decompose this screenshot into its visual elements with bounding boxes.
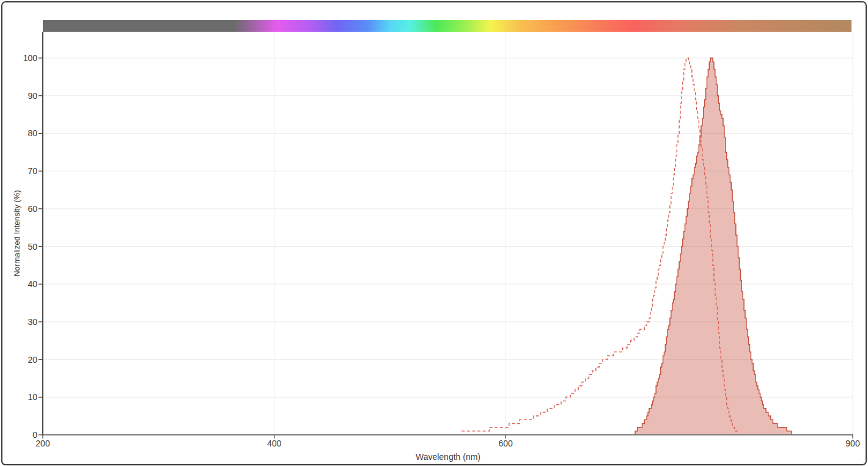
y-tick-label: 40: [28, 279, 37, 289]
y-tick-label: 60: [28, 204, 37, 214]
y-tick-label: 50: [28, 242, 37, 252]
y-axis-title: Normalized Intensity (%): [12, 190, 21, 277]
x-tick-label: 600: [498, 439, 513, 448]
y-tick-label: 20: [28, 355, 37, 365]
y-tick-label: 70: [28, 166, 37, 176]
x-axis-title: Wavelength (nm): [416, 452, 480, 462]
spectra-chart[interactable]: 0102030405060708090100200400600900: [0, 0, 868, 466]
y-tick-label: 80: [28, 128, 37, 138]
x-tick-label: 200: [35, 439, 50, 448]
x-tick-label: 900: [845, 439, 860, 448]
y-tick-label: 30: [28, 317, 37, 327]
y-tick-label: 90: [28, 91, 37, 101]
y-tick-label: 10: [28, 392, 37, 402]
x-tick-label: 400: [267, 439, 282, 448]
y-tick-label: 100: [23, 53, 38, 63]
